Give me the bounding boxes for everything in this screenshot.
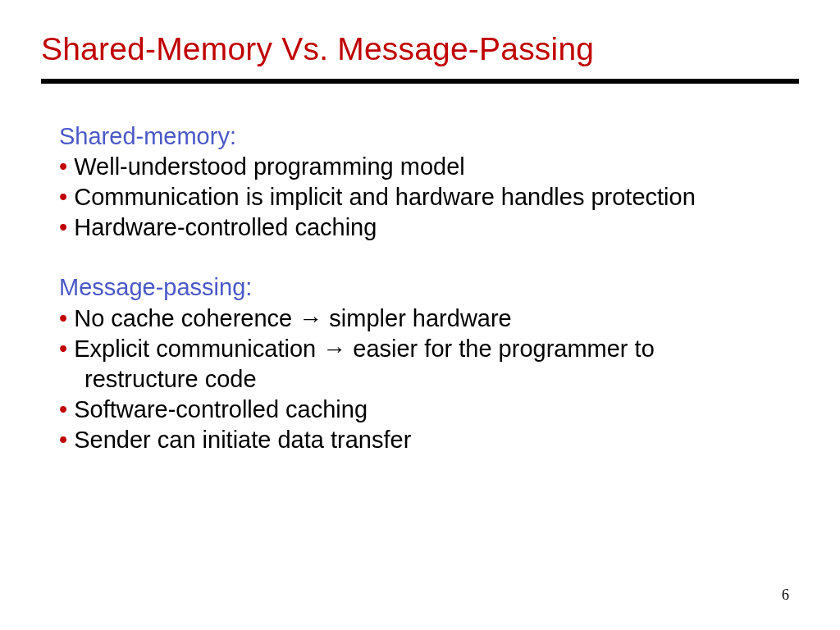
bullet-text: Communication is implicit and hardware h… (74, 184, 696, 210)
bullet-text: Sender can initiate data transfer (74, 427, 411, 453)
bullet-text-post: simpler hardware (322, 305, 511, 331)
bullet-continuation: restructure code (59, 364, 791, 395)
bullet-item: • Well-understood programming model (59, 152, 791, 182)
slide: Shared-Memory Vs. Message-Passing Shared… (0, 0, 840, 630)
bullet-item: • Communication is implicit and hardware… (59, 182, 791, 212)
bullet-text: Software-controlled caching (74, 396, 368, 422)
bullet-text-post: easier for the programmer to (346, 336, 655, 362)
bullet-text-pre: No cache coherence (74, 305, 299, 331)
bullet-item: • Sender can initiate data transfer (59, 425, 791, 455)
bullet-item: • Software-controlled caching (59, 395, 791, 425)
bullet-item: • Hardware-controlled caching (59, 212, 791, 243)
bullet-dot-icon: • (59, 336, 74, 362)
title-underline (41, 79, 799, 84)
bullet-text-pre: Explicit communication (74, 336, 322, 362)
slide-title: Shared-Memory Vs. Message-Passing (41, 31, 799, 67)
bullet-dot-icon: • (59, 184, 74, 210)
bullet-item: • No cache coherence → simpler hardware (59, 304, 791, 334)
section-heading: Message-passing: (59, 272, 791, 303)
bullet-dot-icon: • (59, 153, 74, 180)
arrow-icon: → (299, 305, 322, 331)
arrow-icon: → (322, 336, 346, 362)
section-heading: Shared-memory: (59, 121, 791, 152)
bullet-dot-icon: • (59, 427, 74, 453)
slide-body: Shared-memory: • Well-understood program… (41, 121, 799, 455)
bullet-dot-icon: • (59, 214, 74, 240)
section-gap (59, 243, 791, 272)
bullet-dot-icon: • (59, 396, 74, 422)
bullet-text: Well-understood programming model (74, 153, 465, 180)
bullet-dot-icon: • (59, 305, 74, 331)
page-number: 6 (782, 587, 789, 604)
bullet-item: • Explicit communication → easier for th… (59, 334, 791, 364)
bullet-text: Hardware-controlled caching (74, 214, 377, 240)
